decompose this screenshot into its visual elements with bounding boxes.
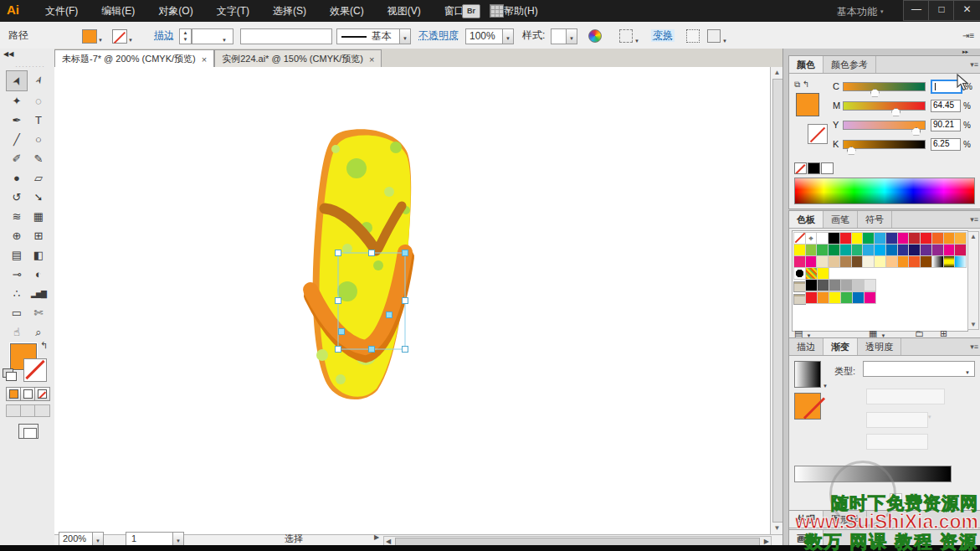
scroll-right-icon[interactable]: ▶ bbox=[764, 538, 769, 545]
swatch[interactable] bbox=[829, 233, 839, 244]
workspace-switcher[interactable]: 基本功能 bbox=[837, 5, 877, 19]
swatch[interactable] bbox=[898, 245, 909, 255]
transform-panel-link[interactable]: 变换 bbox=[651, 29, 675, 42]
swatch[interactable] bbox=[875, 256, 885, 267]
stroke-color-chip[interactable] bbox=[23, 358, 47, 382]
tab-brushes[interactable]: 画笔 bbox=[824, 211, 858, 228]
swatch[interactable] bbox=[829, 280, 840, 291]
swatch[interactable] bbox=[955, 233, 966, 244]
panel-fill-chip[interactable] bbox=[796, 93, 819, 116]
color-spectrum-bar[interactable] bbox=[794, 178, 975, 204]
brush-definition-select[interactable]: 基本 bbox=[336, 28, 408, 44]
perspective-grid-tool[interactable]: ⊞ bbox=[28, 226, 49, 245]
rotate-tool[interactable]: ↺ bbox=[6, 188, 28, 207]
canvas[interactable] bbox=[54, 67, 770, 534]
swatch[interactable] bbox=[853, 280, 864, 291]
opacity-panel-link[interactable]: 不透明度 bbox=[418, 29, 459, 42]
flipflop-dot[interactable] bbox=[331, 145, 340, 153]
style-swatch[interactable] bbox=[551, 28, 567, 44]
mesh-tool[interactable]: ▤ bbox=[6, 245, 28, 265]
shape-builder-tool[interactable]: ⊕ bbox=[6, 226, 28, 245]
swatch[interactable] bbox=[818, 292, 829, 303]
swatch[interactable] bbox=[829, 245, 839, 255]
scroll-left-icon[interactable]: ◀ bbox=[386, 538, 391, 545]
blend-tool[interactable]: ◐ bbox=[28, 265, 49, 284]
menu-item-0[interactable]: 文件(F) bbox=[33, 4, 90, 18]
swatch-g-c[interactable] bbox=[955, 256, 966, 267]
magic-wand-tool[interactable]: ✦ bbox=[6, 91, 28, 111]
swatch[interactable] bbox=[909, 233, 920, 244]
zoom-dropdown-icon[interactable] bbox=[92, 532, 104, 546]
column-graph-tool[interactable]: ▂▅▇ bbox=[28, 284, 49, 303]
variable-width-profile-input[interactable] bbox=[240, 28, 332, 44]
anchor-handle-solid[interactable] bbox=[339, 329, 345, 335]
recolor-artwork-icon[interactable] bbox=[588, 29, 602, 43]
free-transform-tool[interactable]: ▦ bbox=[28, 207, 49, 226]
constrain-icon[interactable]: ⧉ ↰ bbox=[794, 80, 809, 90]
swatch[interactable] bbox=[840, 245, 851, 255]
swatch[interactable] bbox=[840, 256, 851, 267]
slider-thumb[interactable] bbox=[870, 89, 880, 97]
slider-track-C[interactable] bbox=[843, 82, 926, 91]
swatch[interactable] bbox=[944, 233, 955, 244]
anchor-handle-solid[interactable] bbox=[387, 312, 393, 318]
swatch[interactable] bbox=[865, 292, 875, 303]
swatch[interactable] bbox=[841, 280, 852, 291]
gradient-thumbnail[interactable] bbox=[794, 361, 821, 388]
swatch[interactable] bbox=[886, 233, 897, 244]
swatch[interactable] bbox=[898, 233, 909, 244]
white-chip[interactable] bbox=[821, 162, 834, 174]
panel-grip[interactable]: ········· bbox=[15, 62, 45, 70]
anchor-handle-hollow[interactable] bbox=[336, 250, 341, 256]
symbol-sprayer-tool[interactable]: ∴ bbox=[6, 284, 28, 303]
flipflop-dot[interactable] bbox=[336, 374, 346, 384]
document-tab[interactable]: 未标题-7* @ 200% (CMYK/预览) bbox=[54, 49, 214, 68]
minimize-button[interactable]: — bbox=[903, 0, 930, 21]
swatch[interactable] bbox=[852, 256, 863, 267]
scroll-down-icon[interactable]: ▼ bbox=[968, 321, 978, 328]
type-tool[interactable]: T bbox=[28, 111, 49, 130]
panel-menu-icon[interactable] bbox=[970, 215, 978, 224]
default-fill-stroke-icon[interactable] bbox=[3, 368, 13, 378]
value-input-K[interactable]: 6.25 bbox=[931, 138, 961, 151]
direct-selection-tool[interactable]: ➢ bbox=[28, 70, 49, 90]
flipflop-dot[interactable] bbox=[342, 244, 352, 254]
swatch-g-bw[interactable] bbox=[932, 256, 943, 267]
draw-inside-button[interactable] bbox=[34, 404, 50, 417]
bounding-box-icon[interactable] bbox=[686, 29, 700, 43]
stroke-panel-link[interactable]: 描边 bbox=[154, 29, 174, 42]
zoom-tool[interactable]: ⌕ bbox=[28, 322, 49, 342]
bridge-button[interactable]: Br bbox=[462, 4, 480, 18]
swatch[interactable] bbox=[875, 233, 885, 244]
close-button[interactable]: ✕ bbox=[953, 0, 980, 21]
anchor-handle-hollow[interactable] bbox=[403, 298, 408, 304]
slider-thumb[interactable] bbox=[847, 147, 856, 155]
swatch-pat1[interactable] bbox=[794, 268, 805, 279]
collapse-panel-icon[interactable]: ◀◀ bbox=[3, 50, 13, 58]
swatch-g-y[interactable] bbox=[944, 256, 955, 267]
panel-menu-icon[interactable] bbox=[970, 60, 978, 69]
close-tab-icon[interactable] bbox=[202, 54, 207, 64]
maximize-button[interactable]: □ bbox=[928, 0, 955, 21]
expand-dock-icon[interactable]: ▸▸ bbox=[962, 49, 968, 55]
width-tool[interactable]: ≋ bbox=[6, 207, 28, 226]
swatch-scrollbar[interactable]: ▲ ▼ bbox=[967, 231, 979, 330]
gradient-type-dropdown-icon[interactable] bbox=[965, 365, 970, 377]
flipflop-dot[interactable] bbox=[390, 142, 402, 153]
anchor-handle-hollow[interactable] bbox=[336, 347, 341, 353]
panel-menu-icon[interactable] bbox=[970, 342, 978, 351]
swatch[interactable] bbox=[909, 245, 920, 255]
slider-track-Y[interactable] bbox=[843, 121, 926, 130]
swatch[interactable] bbox=[853, 292, 864, 303]
artboard-dropdown-icon[interactable] bbox=[172, 532, 184, 546]
swatch[interactable] bbox=[852, 245, 863, 255]
artboard-tool[interactable]: ▭ bbox=[6, 303, 28, 322]
anchor-handle-solid[interactable] bbox=[403, 250, 408, 256]
brush-dropdown-icon[interactable] bbox=[399, 28, 411, 44]
slider-thumb[interactable] bbox=[911, 127, 921, 136]
swatch-none[interactable] bbox=[794, 233, 805, 244]
pen-tool[interactable]: ✒ bbox=[6, 111, 28, 130]
swatch[interactable] bbox=[865, 280, 875, 291]
swatch[interactable] bbox=[932, 245, 943, 255]
anchor-handle-hollow[interactable] bbox=[369, 250, 375, 256]
